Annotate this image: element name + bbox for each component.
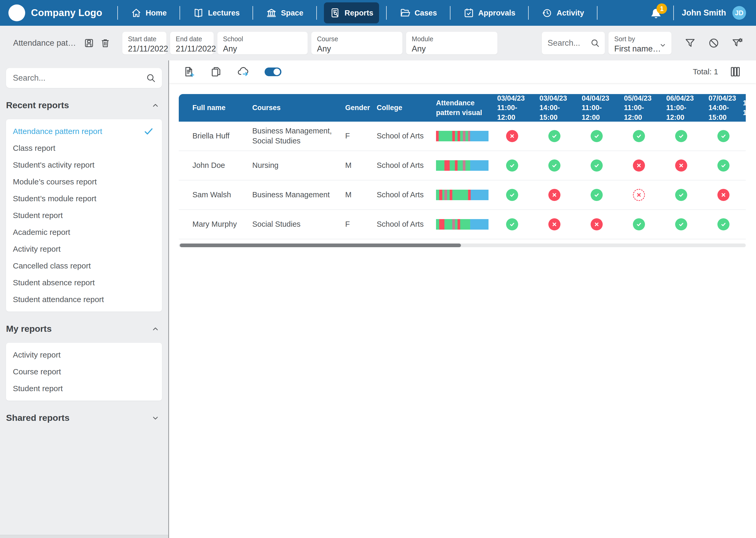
copy-icon: [210, 66, 222, 78]
search-icon: [590, 38, 600, 48]
pattern-segment: [468, 131, 470, 141]
absent-x-icon[interactable]: [717, 189, 730, 201]
present-check-icon[interactable]: [717, 159, 730, 172]
sidebar-item-class-report[interactable]: Class report: [6, 140, 162, 157]
brand[interactable]: Company Logo: [8, 4, 102, 21]
notifications-button[interactable]: 1: [649, 5, 663, 21]
sidebar-item-attendance-pattern-report[interactable]: Attendance pattern report: [6, 123, 162, 140]
absent-x-icon[interactable]: [633, 159, 645, 172]
save-report-button[interactable]: [83, 37, 95, 49]
nav-item-home[interactable]: Home: [125, 2, 173, 24]
present-check-icon[interactable]: [633, 218, 645, 230]
sidebar-search-input[interactable]: [13, 73, 146, 83]
time-label: 11:00-12:00: [497, 104, 517, 121]
cell-attendance: [575, 218, 618, 230]
copy-button[interactable]: [210, 66, 222, 78]
time-label: 11:00-12:00: [582, 104, 602, 121]
date-label: 07/04/23: [708, 94, 736, 102]
cell-attendance: [533, 218, 575, 230]
filter-button[interactable]: [684, 37, 696, 49]
absent-x-icon[interactable]: [506, 130, 518, 142]
clear-filters-button[interactable]: [708, 37, 720, 49]
present-check-icon[interactable]: [633, 130, 645, 142]
nav-item-activity[interactable]: Activity: [536, 2, 590, 24]
sidebar-scrollbar[interactable]: [0, 535, 168, 538]
nav-item-reports[interactable]: Reports: [324, 2, 379, 24]
section-header-my-reports[interactable]: My reports: [6, 324, 162, 334]
absent-x-icon[interactable]: [633, 189, 645, 201]
nav-item-cases[interactable]: Cases: [394, 2, 443, 24]
table-row[interactable]: Sam WalshBusiness ManagementMSchool of A…: [179, 181, 746, 210]
table-row[interactable]: Briella HuffBusiness Management, Social …: [179, 122, 746, 151]
cell-attendance: [736, 218, 746, 230]
present-check-icon[interactable]: [548, 130, 560, 142]
check-icon: [143, 126, 154, 137]
filter-settings-button[interactable]: [731, 37, 743, 49]
delete-report-button[interactable]: [100, 37, 111, 49]
sidebar-item-student-attendance-report[interactable]: Student attendance report: [6, 291, 162, 308]
filter-start[interactable]: Start date21/11/2022: [122, 32, 166, 54]
filter-course[interactable]: CourseAny: [311, 32, 402, 54]
sidebar-item-module-s-courses-report[interactable]: Module’s courses report: [6, 173, 162, 190]
attendance-pattern-bar: [436, 190, 489, 200]
report-list: Activity reportCourse reportStudent repo…: [6, 343, 162, 401]
absent-x-icon[interactable]: [548, 218, 560, 230]
present-check-icon[interactable]: [717, 130, 730, 142]
nav-item-lectures[interactable]: Lectures: [187, 2, 246, 24]
present-check-icon[interactable]: [591, 159, 603, 172]
absent-x-icon[interactable]: [675, 159, 687, 172]
sidebar-item-student-absence-report[interactable]: Student absence report: [6, 274, 162, 291]
section-title: Shared reports: [6, 413, 70, 423]
cell-attendance: [533, 189, 575, 201]
sidebar-item-course-report[interactable]: Course report: [6, 363, 162, 380]
report-link: Activity report: [13, 350, 61, 359]
present-check-icon[interactable]: [506, 159, 518, 172]
present-check-icon[interactable]: [506, 218, 518, 230]
sidebar-item-student-report[interactable]: Student report: [6, 207, 162, 224]
present-check-icon[interactable]: [675, 218, 687, 230]
table-row[interactable]: Mary MurphySocial StudiesFSchool of Arts: [179, 210, 746, 239]
cell-attendance: [736, 189, 746, 201]
sidebar-item-student-report[interactable]: Student report: [6, 380, 162, 397]
section-header-shared-reports[interactable]: Shared reports: [6, 413, 162, 423]
present-check-icon[interactable]: [675, 189, 687, 201]
search-icon: [146, 73, 156, 83]
cell-attendance: [618, 218, 660, 230]
present-check-icon[interactable]: [675, 130, 687, 142]
columns-button[interactable]: [729, 66, 741, 78]
absent-x-icon[interactable]: [548, 189, 560, 201]
present-check-icon[interactable]: [591, 130, 603, 142]
cell-full-name: John Doe: [179, 161, 252, 171]
search-input[interactable]: [547, 38, 584, 48]
sidebar-item-student-s-activity-report[interactable]: Student's activity report: [6, 157, 162, 173]
horizontal-scrollbar-thumb[interactable]: [180, 243, 461, 247]
present-check-icon[interactable]: [548, 159, 560, 172]
cell-attendance: [660, 218, 702, 230]
section-header-recent-reports[interactable]: Recent reports: [6, 100, 162, 110]
filter-module[interactable]: ModuleAny: [406, 32, 497, 54]
sidebar-item-academic-report[interactable]: Academic report: [6, 224, 162, 241]
nav-item-approvals[interactable]: Approvals: [457, 2, 521, 24]
present-check-icon[interactable]: [717, 218, 730, 230]
table-row[interactable]: John DoeNursingMSchool of Arts: [179, 151, 746, 181]
absent-x-icon[interactable]: [591, 218, 603, 230]
sidebar-item-student-s-module-report[interactable]: Student’s module report: [6, 190, 162, 207]
pattern-segment: [470, 219, 489, 230]
sidebar-item-activity-report[interactable]: Activity report: [6, 241, 162, 257]
present-check-icon[interactable]: [506, 189, 518, 201]
cell-gender: F: [345, 219, 377, 229]
pattern-segment: [457, 131, 460, 141]
column-header-full-name: Full name: [179, 103, 252, 112]
sidebar-item-activity-report[interactable]: Activity report: [6, 347, 162, 363]
filter-value: 21/11/2022: [176, 44, 208, 54]
sidebar-item-cancelled-class-report[interactable]: Cancelled class report: [6, 257, 162, 274]
export-button[interactable]: [237, 66, 249, 78]
filter-end[interactable]: End date21/11/2022: [170, 32, 214, 54]
avatar[interactable]: JD: [732, 6, 746, 20]
view-toggle[interactable]: [264, 68, 281, 76]
nav-item-space[interactable]: Space: [260, 2, 309, 24]
filter-school[interactable]: SchoolAny: [217, 32, 307, 54]
present-check-icon[interactable]: [591, 189, 603, 201]
new-report-button[interactable]: [183, 66, 195, 78]
sort-by-select[interactable]: Sort by First name…: [608, 32, 672, 54]
